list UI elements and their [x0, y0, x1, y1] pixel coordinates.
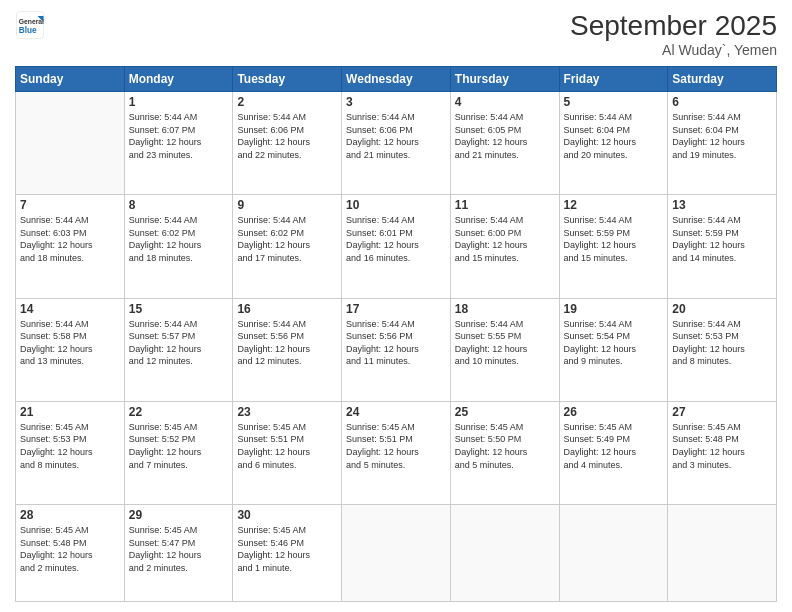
day-info: Sunrise: 5:45 AM Sunset: 5:52 PM Dayligh… — [129, 421, 229, 471]
day-cell — [16, 92, 125, 195]
svg-text:Blue: Blue — [19, 26, 37, 35]
day-cell: 20Sunrise: 5:44 AM Sunset: 5:53 PM Dayli… — [668, 298, 777, 401]
day-info: Sunrise: 5:44 AM Sunset: 5:56 PM Dayligh… — [237, 318, 337, 368]
day-info: Sunrise: 5:44 AM Sunset: 5:59 PM Dayligh… — [672, 214, 772, 264]
day-cell: 19Sunrise: 5:44 AM Sunset: 5:54 PM Dayli… — [559, 298, 668, 401]
day-cell: 5Sunrise: 5:44 AM Sunset: 6:04 PM Daylig… — [559, 92, 668, 195]
day-cell — [450, 505, 559, 602]
day-info: Sunrise: 5:44 AM Sunset: 5:59 PM Dayligh… — [564, 214, 664, 264]
month-year: September 2025 — [570, 10, 777, 42]
day-number: 16 — [237, 302, 337, 316]
day-info: Sunrise: 5:45 AM Sunset: 5:48 PM Dayligh… — [672, 421, 772, 471]
col-header-tuesday: Tuesday — [233, 67, 342, 92]
day-headers-row: SundayMondayTuesdayWednesdayThursdayFrid… — [16, 67, 777, 92]
day-cell: 3Sunrise: 5:44 AM Sunset: 6:06 PM Daylig… — [342, 92, 451, 195]
day-info: Sunrise: 5:44 AM Sunset: 6:00 PM Dayligh… — [455, 214, 555, 264]
page: General Blue September 2025 Al Wuday`, Y… — [0, 0, 792, 612]
day-cell: 21Sunrise: 5:45 AM Sunset: 5:53 PM Dayli… — [16, 401, 125, 504]
day-info: Sunrise: 5:44 AM Sunset: 6:06 PM Dayligh… — [346, 111, 446, 161]
day-info: Sunrise: 5:44 AM Sunset: 5:55 PM Dayligh… — [455, 318, 555, 368]
week-row-1: 7Sunrise: 5:44 AM Sunset: 6:03 PM Daylig… — [16, 195, 777, 298]
day-cell: 18Sunrise: 5:44 AM Sunset: 5:55 PM Dayli… — [450, 298, 559, 401]
day-info: Sunrise: 5:45 AM Sunset: 5:46 PM Dayligh… — [237, 524, 337, 574]
header: General Blue September 2025 Al Wuday`, Y… — [15, 10, 777, 58]
day-info: Sunrise: 5:44 AM Sunset: 6:04 PM Dayligh… — [672, 111, 772, 161]
col-header-saturday: Saturday — [668, 67, 777, 92]
day-number: 23 — [237, 405, 337, 419]
day-info: Sunrise: 5:45 AM Sunset: 5:47 PM Dayligh… — [129, 524, 229, 574]
day-cell: 22Sunrise: 5:45 AM Sunset: 5:52 PM Dayli… — [124, 401, 233, 504]
col-header-sunday: Sunday — [16, 67, 125, 92]
day-number: 11 — [455, 198, 555, 212]
day-number: 15 — [129, 302, 229, 316]
day-number: 3 — [346, 95, 446, 109]
day-cell: 29Sunrise: 5:45 AM Sunset: 5:47 PM Dayli… — [124, 505, 233, 602]
day-number: 12 — [564, 198, 664, 212]
col-header-friday: Friday — [559, 67, 668, 92]
day-number: 17 — [346, 302, 446, 316]
logo: General Blue — [15, 10, 45, 40]
day-number: 18 — [455, 302, 555, 316]
day-info: Sunrise: 5:44 AM Sunset: 6:07 PM Dayligh… — [129, 111, 229, 161]
day-cell: 4Sunrise: 5:44 AM Sunset: 6:05 PM Daylig… — [450, 92, 559, 195]
week-row-0: 1Sunrise: 5:44 AM Sunset: 6:07 PM Daylig… — [16, 92, 777, 195]
day-info: Sunrise: 5:44 AM Sunset: 6:04 PM Dayligh… — [564, 111, 664, 161]
day-info: Sunrise: 5:45 AM Sunset: 5:51 PM Dayligh… — [346, 421, 446, 471]
day-cell — [342, 505, 451, 602]
day-cell — [559, 505, 668, 602]
day-number: 5 — [564, 95, 664, 109]
day-cell: 13Sunrise: 5:44 AM Sunset: 5:59 PM Dayli… — [668, 195, 777, 298]
day-number: 27 — [672, 405, 772, 419]
col-header-monday: Monday — [124, 67, 233, 92]
day-number: 4 — [455, 95, 555, 109]
day-cell: 28Sunrise: 5:45 AM Sunset: 5:48 PM Dayli… — [16, 505, 125, 602]
day-number: 21 — [20, 405, 120, 419]
day-cell: 30Sunrise: 5:45 AM Sunset: 5:46 PM Dayli… — [233, 505, 342, 602]
day-number: 26 — [564, 405, 664, 419]
week-row-3: 21Sunrise: 5:45 AM Sunset: 5:53 PM Dayli… — [16, 401, 777, 504]
day-number: 7 — [20, 198, 120, 212]
day-cell: 16Sunrise: 5:44 AM Sunset: 5:56 PM Dayli… — [233, 298, 342, 401]
day-cell: 2Sunrise: 5:44 AM Sunset: 6:06 PM Daylig… — [233, 92, 342, 195]
day-info: Sunrise: 5:44 AM Sunset: 5:53 PM Dayligh… — [672, 318, 772, 368]
day-cell: 7Sunrise: 5:44 AM Sunset: 6:03 PM Daylig… — [16, 195, 125, 298]
calendar-table: SundayMondayTuesdayWednesdayThursdayFrid… — [15, 66, 777, 602]
day-number: 6 — [672, 95, 772, 109]
day-cell: 8Sunrise: 5:44 AM Sunset: 6:02 PM Daylig… — [124, 195, 233, 298]
location: Al Wuday`, Yemen — [570, 42, 777, 58]
day-number: 2 — [237, 95, 337, 109]
day-number: 8 — [129, 198, 229, 212]
day-number: 30 — [237, 508, 337, 522]
day-info: Sunrise: 5:44 AM Sunset: 5:57 PM Dayligh… — [129, 318, 229, 368]
day-cell: 9Sunrise: 5:44 AM Sunset: 6:02 PM Daylig… — [233, 195, 342, 298]
day-info: Sunrise: 5:44 AM Sunset: 5:56 PM Dayligh… — [346, 318, 446, 368]
day-cell: 17Sunrise: 5:44 AM Sunset: 5:56 PM Dayli… — [342, 298, 451, 401]
day-cell: 26Sunrise: 5:45 AM Sunset: 5:49 PM Dayli… — [559, 401, 668, 504]
day-number: 14 — [20, 302, 120, 316]
day-cell: 1Sunrise: 5:44 AM Sunset: 6:07 PM Daylig… — [124, 92, 233, 195]
day-number: 1 — [129, 95, 229, 109]
day-info: Sunrise: 5:44 AM Sunset: 6:03 PM Dayligh… — [20, 214, 120, 264]
day-cell: 14Sunrise: 5:44 AM Sunset: 5:58 PM Dayli… — [16, 298, 125, 401]
day-info: Sunrise: 5:45 AM Sunset: 5:48 PM Dayligh… — [20, 524, 120, 574]
day-info: Sunrise: 5:44 AM Sunset: 6:02 PM Dayligh… — [237, 214, 337, 264]
day-cell: 6Sunrise: 5:44 AM Sunset: 6:04 PM Daylig… — [668, 92, 777, 195]
col-header-thursday: Thursday — [450, 67, 559, 92]
day-cell: 15Sunrise: 5:44 AM Sunset: 5:57 PM Dayli… — [124, 298, 233, 401]
day-cell — [668, 505, 777, 602]
day-info: Sunrise: 5:45 AM Sunset: 5:50 PM Dayligh… — [455, 421, 555, 471]
day-number: 13 — [672, 198, 772, 212]
title-block: September 2025 Al Wuday`, Yemen — [570, 10, 777, 58]
day-info: Sunrise: 5:44 AM Sunset: 5:58 PM Dayligh… — [20, 318, 120, 368]
week-row-2: 14Sunrise: 5:44 AM Sunset: 5:58 PM Dayli… — [16, 298, 777, 401]
day-number: 10 — [346, 198, 446, 212]
day-info: Sunrise: 5:45 AM Sunset: 5:53 PM Dayligh… — [20, 421, 120, 471]
day-info: Sunrise: 5:44 AM Sunset: 6:06 PM Dayligh… — [237, 111, 337, 161]
day-info: Sunrise: 5:45 AM Sunset: 5:51 PM Dayligh… — [237, 421, 337, 471]
day-info: Sunrise: 5:44 AM Sunset: 5:54 PM Dayligh… — [564, 318, 664, 368]
week-row-4: 28Sunrise: 5:45 AM Sunset: 5:48 PM Dayli… — [16, 505, 777, 602]
day-number: 24 — [346, 405, 446, 419]
day-number: 28 — [20, 508, 120, 522]
day-cell: 25Sunrise: 5:45 AM Sunset: 5:50 PM Dayli… — [450, 401, 559, 504]
day-number: 29 — [129, 508, 229, 522]
